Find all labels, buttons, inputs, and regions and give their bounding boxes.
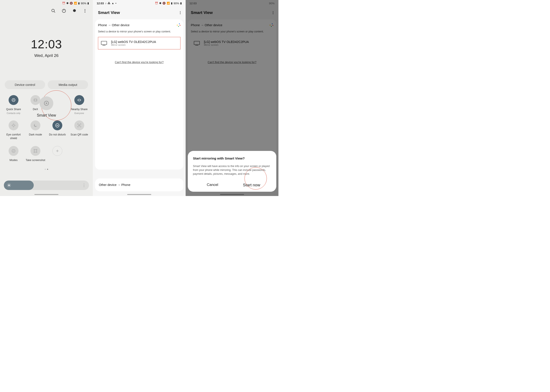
quick-tiles: Quick Share Contacts only DeX Smart View… [0,95,93,168]
device-control-button[interactable]: Device control [5,80,45,89]
svg-line-29 [8,184,8,184]
screenshot-icon [33,148,38,153]
nav-bar[interactable] [220,194,244,195]
tile-screenshot[interactable]: Take screenshot [24,146,46,162]
svg-line-31 [8,186,8,187]
svg-line-32 [10,184,10,184]
tile-modes[interactable]: Modes [3,146,24,162]
svg-line-30 [10,186,10,187]
signal-icon: ▮ [171,2,172,5]
bluetooth-icon: ✱ [66,2,69,5]
loading-indicator-icon [177,23,180,27]
dialog-title: Start mirroring with Smart View? [193,156,271,160]
clock-time: 12:03 [0,37,93,51]
brightness-slider[interactable]: ⋮ [4,181,89,190]
svg-point-5 [85,9,86,10]
svg-point-0 [52,9,54,12]
device-subtext: Mirror screen [111,44,156,46]
svg-point-7 [85,12,86,13]
moon-icon [33,123,38,128]
tile-dark-mode[interactable]: Dark mode [24,120,46,140]
brightness-more-icon[interactable]: ⋮ [82,183,86,188]
cant-find-link[interactable]: Can't find the device you're looking for… [98,61,180,64]
battery-percent: 90% [81,2,86,5]
clock-small: 12:03 [97,2,104,5]
more-notif-icon: • [115,2,116,5]
svg-point-6 [85,11,86,11]
hint-text: Select a device to mirror your phone's s… [98,30,180,33]
mute-icon: 🔇 [162,2,166,5]
phone-to-device-card: Phone → Other device Select a device to … [95,19,184,170]
svg-rect-36 [101,41,107,45]
status-bar: 12:03 ♪ ⁂ ▲ • ⏰ ✱ 🔇 📶 ▮ 90% ▮ [93,0,186,6]
search-icon[interactable] [51,9,56,13]
battery-percent: 90% [174,2,179,5]
tile-eye-comfort[interactable]: Eye comfort shield [3,120,24,140]
nav-bar[interactable] [34,194,58,195]
svg-rect-21 [34,150,37,152]
device-name: [LG] webOS TV OLED42C2PUA [111,40,156,44]
start-now-button[interactable]: Start now [232,183,271,187]
tile-dnd[interactable]: Do not disturb [46,120,68,140]
dialog-body: Smart View will have access to the info … [193,164,271,176]
page-title: Smart View [98,10,120,15]
svg-point-35 [180,14,181,14]
cancel-button[interactable]: Cancel [193,183,232,187]
svg-point-34 [180,13,181,13]
more-icon[interactable] [178,11,182,14]
modes-icon [11,148,16,153]
direction-label: Other device → Phone [99,183,180,187]
svg-marker-11 [46,102,48,104]
notif-icon: ▲ [112,2,114,5]
wifi-icon: 📶 [167,2,170,5]
svg-point-12 [13,125,14,126]
battery-icon: ▮ [180,2,182,5]
qr-icon [77,123,82,128]
notif-icon: ⁂ [108,2,110,5]
direction-label: Phone → Other device [98,23,129,27]
device-to-phone-card[interactable]: Other device → Phone [95,178,184,191]
battery-icon: ▮ [87,2,89,5]
svg-point-33 [180,11,181,12]
settings-gear-icon[interactable] [72,9,77,13]
clock-date: Wed, April 26 [0,53,93,58]
notif-icon: ♪ [105,2,106,5]
alarm-icon: ⏰ [62,2,65,5]
tile-scan-qr[interactable]: Scan QR code [68,120,90,140]
svg-rect-19 [79,125,80,126]
clock: 12:03 Wed, April 26 [0,37,93,58]
signal-icon: ▮ [78,2,80,5]
tile-add[interactable] [46,146,68,162]
status-bar: ⏰ ✱ 🔇 📶 ▮ 90% ▮ [0,0,93,6]
eye-shield-icon [11,123,16,128]
quick-settings-panel: ⏰ ✱ 🔇 📶 ▮ 90% ▮ 12:03 Wed, April 26 Devi… [0,0,93,196]
more-icon[interactable] [83,9,87,13]
tile-smart-view[interactable]: Smart View [46,95,68,114]
wifi-icon: 📶 [74,2,77,5]
power-icon[interactable] [62,9,66,13]
device-list-item[interactable]: [LG] webOS TV OLED42C2PUA Mirror screen [98,37,180,49]
alarm-icon: ⏰ [155,2,158,5]
plus-icon [55,148,60,153]
mute-icon: 🔇 [70,2,73,5]
page-indicator [0,169,93,170]
smart-view-screen: 12:03 ♪ ⁂ ▲ • ⏰ ✱ 🔇 📶 ▮ 90% ▮ Smart View… [93,0,186,196]
media-output-button[interactable]: Media output [48,80,88,89]
smart-view-confirm-screen: 12:03 90% Smart View Phone → Other devic… [186,0,279,196]
confirm-dialog: Start mirroring with Smart View? Smart V… [188,151,276,192]
brightness-icon [7,183,11,187]
dnd-icon [55,123,60,128]
tv-icon [101,41,107,46]
cast-icon [43,100,50,106]
svg-point-24 [8,185,10,186]
nav-bar[interactable] [127,194,151,195]
bluetooth-icon: ✱ [159,2,161,5]
svg-line-1 [54,11,55,13]
